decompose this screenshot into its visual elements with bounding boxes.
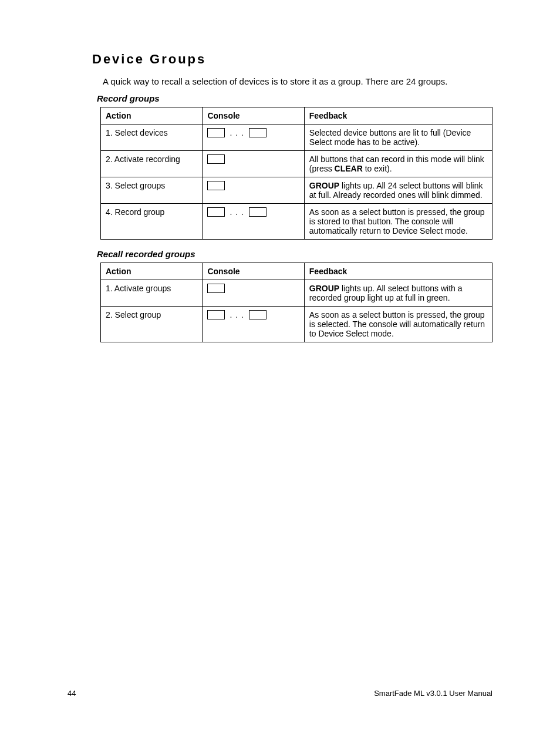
section-heading: Device Groups [92,52,492,67]
cell-action: 1. Select devices [101,124,203,151]
th-action: Action [101,107,203,124]
console-button-icon [207,154,225,164]
subheading-recall-groups: Recall recorded groups [97,249,492,259]
cell-action: 4. Record group [101,204,203,240]
table-record-groups: Action Console Feedback 1. Select device… [100,107,492,240]
cell-action: 1. Activate groups [101,280,203,307]
page-number: 44 [68,689,76,698]
cell-feedback: All buttons that can record in this mode… [304,151,492,177]
page-footer: 44 SmartFade ML v3.0.1 User Manual [68,689,492,698]
table-row: 4. Record group. . .As soon as a select … [101,204,492,240]
subheading-record-groups: Record groups [97,93,492,103]
console-button-multi-icon: . . . [207,207,266,217]
cell-console [203,177,304,204]
cell-console: . . . [203,124,304,151]
table-row: 2. Activate recordingAll buttons that ca… [101,151,492,177]
cell-action: 3. Select groups [101,177,203,204]
table-row: 1. Select devices. . .Selected device bu… [101,124,492,151]
th-action: Action [101,263,203,280]
cell-console [203,280,304,307]
cell-feedback: GROUP lights up. All 24 select buttons w… [304,177,492,204]
console-button-multi-icon: . . . [207,310,266,319]
table-recall-groups: Action Console Feedback 1. Activate grou… [100,263,492,342]
th-console: Console [203,263,304,280]
table-row: 3. Select groupsGROUP lights up. All 24 … [101,177,492,204]
cell-action: 2. Select group [101,307,203,342]
cell-feedback: GROUP lights up. All select buttons with… [304,280,492,307]
cell-console: . . . [203,307,304,342]
cell-feedback: Selected device buttons are lit to full … [304,124,492,151]
console-button-icon [207,284,225,293]
th-feedback: Feedback [304,263,492,280]
table-row: 2. Select group. . .As soon as a select … [101,307,492,342]
doc-title: SmartFade ML v3.0.1 User Manual [374,689,492,698]
intro-text: A quick way to recall a selection of dev… [103,76,492,86]
cell-action: 2. Activate recording [101,151,203,177]
cell-console: . . . [203,204,304,240]
console-button-icon [207,181,225,190]
cell-console [203,151,304,177]
cell-feedback: As soon as a select button is pressed, t… [304,307,492,342]
th-feedback: Feedback [304,107,492,124]
cell-feedback: As soon as a select button is pressed, t… [304,204,492,240]
console-button-multi-icon: . . . [207,128,266,137]
th-console: Console [203,107,304,124]
table-row: 1. Activate groupsGROUP lights up. All s… [101,280,492,307]
